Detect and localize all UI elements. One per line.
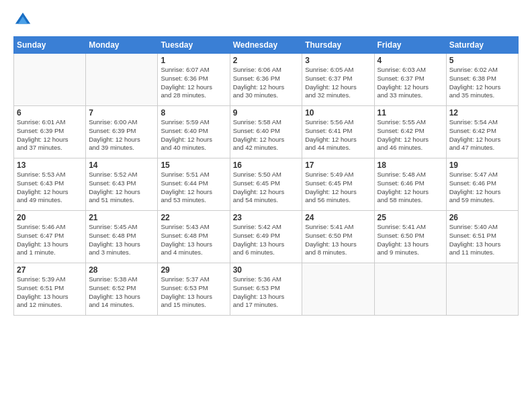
day-info: Sunrise: 5:39 AMSunset: 6:51 PMDaylight:… <box>17 275 83 310</box>
day-info: Sunrise: 6:06 AMSunset: 6:36 PMDaylight:… <box>233 66 300 100</box>
calendar-table: Sunday Monday Tuesday Wednesday Thursday… <box>13 36 519 316</box>
day-number: 8 <box>161 108 226 118</box>
day-number: 9 <box>233 108 300 118</box>
day-number: 26 <box>449 213 515 222</box>
day-info: Sunrise: 5:59 AMSunset: 6:40 PMDaylight:… <box>161 118 226 152</box>
day-cell <box>14 54 86 106</box>
day-cell: 28Sunrise: 5:38 AMSunset: 6:52 PMDayligh… <box>86 263 158 316</box>
day-info: Sunrise: 5:49 AMSunset: 6:45 PMDaylight:… <box>305 171 371 205</box>
day-number: 18 <box>378 161 443 170</box>
day-cell: 10Sunrise: 5:56 AMSunset: 6:41 PMDayligh… <box>302 106 374 158</box>
day-number: 12 <box>449 108 515 118</box>
logo <box>13 11 35 30</box>
day-number: 15 <box>161 161 226 170</box>
day-info: Sunrise: 6:05 AMSunset: 6:37 PMDaylight:… <box>305 66 371 100</box>
day-cell: 6Sunrise: 6:01 AMSunset: 6:39 PMDaylight… <box>14 106 86 158</box>
day-number: 27 <box>17 265 83 275</box>
day-number: 17 <box>305 161 371 170</box>
day-cell: 18Sunrise: 5:48 AMSunset: 6:46 PMDayligh… <box>374 158 446 211</box>
day-info: Sunrise: 5:47 AMSunset: 6:46 PMDaylight:… <box>449 171 515 205</box>
day-number: 30 <box>233 265 300 275</box>
day-cell: 29Sunrise: 5:37 AMSunset: 6:53 PMDayligh… <box>158 263 230 316</box>
day-number: 7 <box>89 108 154 118</box>
day-number: 14 <box>89 161 154 170</box>
day-cell <box>86 54 158 106</box>
day-number: 22 <box>161 213 226 222</box>
day-info: Sunrise: 5:53 AMSunset: 6:43 PMDaylight:… <box>17 171 83 205</box>
day-info: Sunrise: 5:42 AMSunset: 6:49 PMDaylight:… <box>233 223 300 257</box>
day-cell: 9Sunrise: 5:58 AMSunset: 6:40 PMDaylight… <box>230 106 302 158</box>
day-cell: 20Sunrise: 5:46 AMSunset: 6:47 PMDayligh… <box>14 211 86 263</box>
day-number: 19 <box>449 161 515 170</box>
day-cell: 5Sunrise: 6:02 AMSunset: 6:38 PMDaylight… <box>446 54 518 106</box>
day-cell: 24Sunrise: 5:41 AMSunset: 6:50 PMDayligh… <box>302 211 374 263</box>
calendar-header-row: Sunday Monday Tuesday Wednesday Thursday… <box>14 37 519 54</box>
page: Sunday Monday Tuesday Wednesday Thursday… <box>0 0 532 411</box>
day-cell: 2Sunrise: 6:06 AMSunset: 6:36 PMDaylight… <box>230 54 302 106</box>
day-cell: 27Sunrise: 5:39 AMSunset: 6:51 PMDayligh… <box>14 263 86 316</box>
day-number: 24 <box>305 213 371 222</box>
week-row-3: 13Sunrise: 5:53 AMSunset: 6:43 PMDayligh… <box>14 158 519 211</box>
day-info: Sunrise: 6:02 AMSunset: 6:38 PMDaylight:… <box>449 66 515 100</box>
day-number: 11 <box>378 108 443 118</box>
day-info: Sunrise: 5:41 AMSunset: 6:50 PMDaylight:… <box>378 223 443 257</box>
day-info: Sunrise: 5:40 AMSunset: 6:51 PMDaylight:… <box>449 223 515 257</box>
day-info: Sunrise: 5:38 AMSunset: 6:52 PMDaylight:… <box>89 275 154 310</box>
header <box>13 11 519 30</box>
day-number: 25 <box>378 213 443 222</box>
day-number: 2 <box>233 56 300 65</box>
day-number: 10 <box>305 108 371 118</box>
col-friday: Friday <box>374 37 446 54</box>
day-number: 5 <box>449 56 515 65</box>
day-number: 29 <box>161 265 226 275</box>
day-number: 1 <box>161 56 226 65</box>
day-cell: 11Sunrise: 5:55 AMSunset: 6:42 PMDayligh… <box>374 106 446 158</box>
day-cell: 30Sunrise: 5:36 AMSunset: 6:53 PMDayligh… <box>230 263 302 316</box>
day-cell: 26Sunrise: 5:40 AMSunset: 6:51 PMDayligh… <box>446 211 518 263</box>
day-cell <box>374 263 446 316</box>
day-number: 6 <box>17 108 83 118</box>
logo-icon <box>13 11 32 30</box>
day-number: 28 <box>89 265 154 275</box>
day-cell <box>446 263 518 316</box>
day-info: Sunrise: 6:00 AMSunset: 6:39 PMDaylight:… <box>89 118 154 152</box>
week-row-4: 20Sunrise: 5:46 AMSunset: 6:47 PMDayligh… <box>14 211 519 263</box>
day-cell: 14Sunrise: 5:52 AMSunset: 6:43 PMDayligh… <box>86 158 158 211</box>
day-number: 23 <box>233 213 300 222</box>
day-cell: 1Sunrise: 6:07 AMSunset: 6:36 PMDaylight… <box>158 54 230 106</box>
day-info: Sunrise: 5:45 AMSunset: 6:48 PMDaylight:… <box>89 223 154 257</box>
col-thursday: Thursday <box>302 37 374 54</box>
day-info: Sunrise: 5:50 AMSunset: 6:45 PMDaylight:… <box>233 171 300 205</box>
day-cell: 7Sunrise: 6:00 AMSunset: 6:39 PMDaylight… <box>86 106 158 158</box>
day-cell: 21Sunrise: 5:45 AMSunset: 6:48 PMDayligh… <box>86 211 158 263</box>
day-cell <box>302 263 374 316</box>
day-cell: 3Sunrise: 6:05 AMSunset: 6:37 PMDaylight… <box>302 54 374 106</box>
day-info: Sunrise: 5:56 AMSunset: 6:41 PMDaylight:… <box>305 118 371 152</box>
day-number: 16 <box>233 161 300 170</box>
day-cell: 12Sunrise: 5:54 AMSunset: 6:42 PMDayligh… <box>446 106 518 158</box>
day-number: 13 <box>17 161 83 170</box>
day-cell: 19Sunrise: 5:47 AMSunset: 6:46 PMDayligh… <box>446 158 518 211</box>
col-tuesday: Tuesday <box>158 37 230 54</box>
day-cell: 23Sunrise: 5:42 AMSunset: 6:49 PMDayligh… <box>230 211 302 263</box>
day-cell: 8Sunrise: 5:59 AMSunset: 6:40 PMDaylight… <box>158 106 230 158</box>
day-cell: 4Sunrise: 6:03 AMSunset: 6:37 PMDaylight… <box>374 54 446 106</box>
col-wednesday: Wednesday <box>230 37 302 54</box>
day-info: Sunrise: 5:55 AMSunset: 6:42 PMDaylight:… <box>378 118 443 152</box>
day-info: Sunrise: 6:01 AMSunset: 6:39 PMDaylight:… <box>17 118 83 152</box>
day-info: Sunrise: 6:03 AMSunset: 6:37 PMDaylight:… <box>378 66 443 100</box>
col-saturday: Saturday <box>446 37 518 54</box>
day-info: Sunrise: 5:58 AMSunset: 6:40 PMDaylight:… <box>233 118 300 152</box>
day-info: Sunrise: 5:37 AMSunset: 6:53 PMDaylight:… <box>161 275 226 310</box>
week-row-1: 1Sunrise: 6:07 AMSunset: 6:36 PMDaylight… <box>14 54 519 106</box>
col-sunday: Sunday <box>14 37 86 54</box>
day-info: Sunrise: 5:43 AMSunset: 6:48 PMDaylight:… <box>161 223 226 257</box>
day-info: Sunrise: 5:46 AMSunset: 6:47 PMDaylight:… <box>17 223 83 257</box>
day-info: Sunrise: 5:41 AMSunset: 6:50 PMDaylight:… <box>305 223 371 257</box>
day-info: Sunrise: 5:51 AMSunset: 6:44 PMDaylight:… <box>161 171 226 205</box>
day-cell: 13Sunrise: 5:53 AMSunset: 6:43 PMDayligh… <box>14 158 86 211</box>
day-number: 20 <box>17 213 83 222</box>
day-cell: 17Sunrise: 5:49 AMSunset: 6:45 PMDayligh… <box>302 158 374 211</box>
day-cell: 15Sunrise: 5:51 AMSunset: 6:44 PMDayligh… <box>158 158 230 211</box>
day-number: 3 <box>305 56 371 65</box>
